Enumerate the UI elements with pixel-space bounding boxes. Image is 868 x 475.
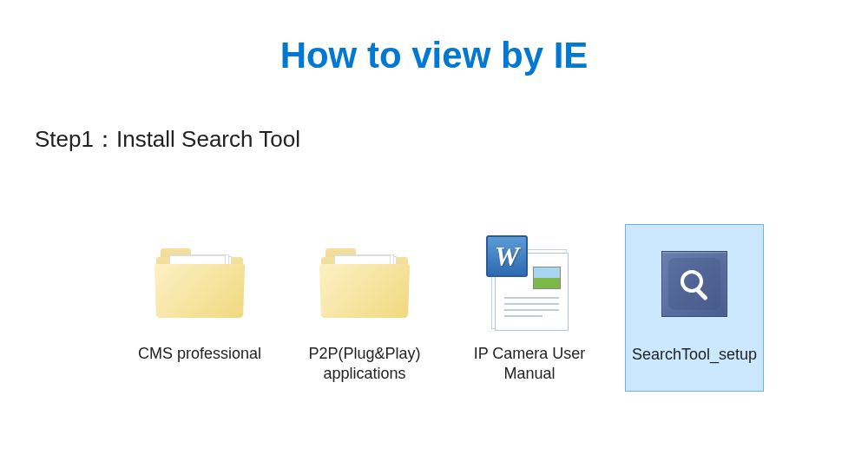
step-heading: Step1：Install Search Tool <box>35 124 868 155</box>
file-item-label: P2P(Plug&Play) applications <box>302 344 427 385</box>
search-app-icon <box>642 232 746 336</box>
page-title: How to view by IE <box>0 35 868 76</box>
file-item-cms-professional[interactable]: CMS professional <box>130 224 269 392</box>
word-document-icon: W <box>477 231 582 335</box>
folder-icon <box>148 231 252 335</box>
file-item-label: CMS professional <box>138 344 261 364</box>
folder-icon <box>312 231 417 335</box>
file-item-ip-camera-manual[interactable]: W IP Camera User Manual <box>460 224 599 392</box>
file-item-searchtool-setup[interactable]: SearchTool_setup <box>625 224 764 392</box>
file-item-label: IP Camera User Manual <box>467 344 592 385</box>
file-item-label: SearchTool_setup <box>632 345 757 365</box>
file-items-row: CMS professional P2P(Plug&Play) applicat… <box>130 224 868 392</box>
file-item-p2p-applications[interactable]: P2P(Plug&Play) applications <box>295 224 434 392</box>
